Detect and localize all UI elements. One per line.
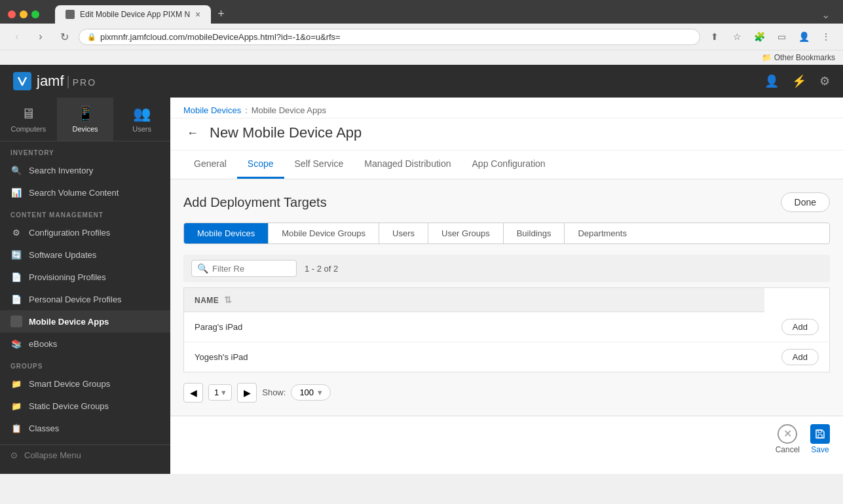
static-groups-icon: 📁 <box>10 400 22 412</box>
users-icon: 👥 <box>133 105 151 122</box>
sidebar-item-ebooks[interactable]: 📚 eBooks <box>0 333 170 355</box>
volume-icon: 📊 <box>10 187 22 198</box>
share-button[interactable]: ⬆ <box>705 27 724 46</box>
dep-tab-departments[interactable]: Departments <box>565 223 639 243</box>
menu-button[interactable]: ⋮ <box>817 27 835 46</box>
page-title: New Mobile Device App <box>210 124 362 141</box>
footer-actions: ✕ Cancel Save <box>170 416 843 462</box>
tab-close-button[interactable]: × <box>195 9 200 20</box>
filter-input[interactable] <box>212 264 291 274</box>
prev-page-button[interactable]: ◀ <box>183 383 203 403</box>
sidebar-item-software-updates[interactable]: 🔄 Software Updates <box>0 243 170 266</box>
sidebar-button[interactable]: ▭ <box>772 27 791 46</box>
devices-table: NAME ⇅ Parag's iPad Add <box>183 287 830 372</box>
section-title: Add Deployment Targets <box>183 195 327 210</box>
breadcrumb-parent[interactable]: Mobile Devices <box>183 105 241 115</box>
reload-button[interactable]: ↻ <box>55 27 73 46</box>
done-button[interactable]: Done <box>781 192 830 212</box>
config-icon: ⚙ <box>10 226 22 238</box>
add-cell-2: Add <box>764 342 830 372</box>
apps-icon <box>10 315 22 327</box>
minimize-dot[interactable] <box>20 10 28 18</box>
sidebar-item-search-volume[interactable]: 📊 Search Volume Content <box>0 181 170 204</box>
dep-tab-mobile-device-groups[interactable]: Mobile Device Groups <box>269 223 379 243</box>
page-number-select[interactable]: 1 ▾ <box>208 384 232 401</box>
per-page-select[interactable]: 100 ▾ <box>291 384 331 401</box>
extensions-button[interactable]: 🧩 <box>750 27 768 46</box>
browser-navigation: ‹ › ↻ 🔒 pixmnfr.jamfcloud.com/mobileDevi… <box>0 24 843 50</box>
add-button-2[interactable]: Add <box>781 349 819 365</box>
add-button-1[interactable]: Add <box>781 319 819 335</box>
sidebar-item-static-device-groups[interactable]: 📁 Static Device Groups <box>0 395 170 417</box>
sidebar-item-provisioning-profiles[interactable]: 📄 Provisioning Profiles <box>0 266 170 288</box>
software-updates-label: Software Updates <box>29 250 96 260</box>
ebooks-label: eBooks <box>29 339 57 349</box>
personal-icon: 📄 <box>10 293 22 305</box>
sidebar-item-mobile-device-apps[interactable]: Mobile Device Apps <box>0 310 170 333</box>
save-icon <box>810 424 830 444</box>
sidebar-item-devices[interactable]: 📱 Devices <box>57 98 114 141</box>
logo-jamf: jamf <box>37 73 64 90</box>
search-inventory-label: Search Inventory <box>29 166 93 175</box>
dep-tab-mobile-devices[interactable]: Mobile Devices <box>184 223 269 243</box>
smart-device-groups-label: Smart Device Groups <box>29 379 110 389</box>
tab-scope[interactable]: Scope <box>237 151 284 179</box>
active-tab[interactable]: Edit Mobile Device App PIXM N × <box>55 5 211 24</box>
bookmarks-bar: 📁 Other Bookmarks <box>0 50 843 65</box>
section-header: Add Deployment Targets Done <box>183 192 830 212</box>
back-button[interactable]: ← <box>183 124 202 142</box>
page-dropdown-icon: ▾ <box>221 387 226 397</box>
sidebar-item-search-inventory[interactable]: 🔍 Search Inventory <box>0 159 170 181</box>
device-name: Parag's iPad <box>195 322 242 332</box>
address-bar[interactable]: 🔒 pixmnfr.jamfcloud.com/mobileDeviceApps… <box>79 29 700 45</box>
devices-label: Devices <box>72 125 98 133</box>
resize-handle[interactable]: ⇅ <box>224 295 233 305</box>
per-page-value: 100 <box>299 387 314 397</box>
mobile-device-apps-label: Mobile Device Apps <box>29 317 109 327</box>
profile-button[interactable]: 👤 <box>795 27 813 46</box>
classes-label: Classes <box>29 423 59 433</box>
collapse-menu-button[interactable]: ⊙ Collapse Menu <box>0 444 170 465</box>
table-row: Parag's iPad Add <box>184 312 830 342</box>
filter-search-icon: 🔍 <box>197 263 208 274</box>
cancel-label: Cancel <box>776 445 800 454</box>
save-button[interactable]: Save <box>810 424 830 454</box>
sidebar-item-smart-device-groups[interactable]: 📁 Smart Device Groups <box>0 372 170 395</box>
window-maximize-icon: ⌄ <box>821 9 835 21</box>
next-page-button[interactable]: ▶ <box>237 383 257 403</box>
sidebar-item-config-profiles[interactable]: ⚙ Configuration Profiles <box>0 221 170 243</box>
tab-app-configuration[interactable]: App Configuration <box>462 151 556 179</box>
bookmark-button[interactable]: ☆ <box>728 27 746 46</box>
filter-input-wrap: 🔍 <box>191 260 297 277</box>
tab-managed-distribution[interactable]: Managed Distribution <box>354 151 461 179</box>
groups-section-label: GROUPS <box>0 355 170 372</box>
bookmarks-label[interactable]: Other Bookmarks <box>774 53 835 62</box>
back-button[interactable]: ‹ <box>8 27 26 46</box>
maximize-dot[interactable] <box>31 10 39 18</box>
sidebar-item-personal-device-profiles[interactable]: 📄 Personal Device Profiles <box>0 288 170 310</box>
lightning-icon[interactable]: ⚡ <box>792 74 806 88</box>
filter-count: 1 - 2 of 2 <box>305 264 338 274</box>
table-row: Yogesh's iPad Add <box>184 342 830 372</box>
dep-tab-buildings[interactable]: Buildings <box>504 223 565 243</box>
tab-general[interactable]: General <box>183 151 237 179</box>
sidebar-item-classes[interactable]: 📋 Classes <box>0 417 170 439</box>
close-dot[interactable] <box>8 10 16 18</box>
sidebar-item-computers[interactable]: 🖥 Computers <box>0 98 57 141</box>
app-header: jamf | PRO 👤 ⚡ ⚙ <box>0 65 843 98</box>
devices-icon: 📱 <box>77 105 94 122</box>
cancel-button[interactable]: ✕ Cancel <box>776 424 800 454</box>
inventory-section-label: INVENTORY <box>0 141 170 159</box>
new-tab-button[interactable]: + <box>212 7 230 21</box>
user-icon[interactable]: 👤 <box>764 74 779 88</box>
main-content: Mobile Devices : Mobile Device Apps ← Ne… <box>170 98 843 474</box>
dep-tab-user-groups[interactable]: User Groups <box>428 223 504 243</box>
tab-self-service[interactable]: Self Service <box>284 151 354 179</box>
forward-button[interactable]: › <box>31 27 50 46</box>
pagination: ◀ 1 ▾ ▶ Show: 100 ▾ <box>183 383 830 403</box>
breadcrumb-current: Mobile Device Apps <box>252 105 326 115</box>
settings-icon[interactable]: ⚙ <box>819 74 830 88</box>
jamf-logo-icon <box>13 72 31 90</box>
sidebar-item-users[interactable]: 👥 Users <box>113 98 170 141</box>
dep-tab-users[interactable]: Users <box>379 223 428 243</box>
